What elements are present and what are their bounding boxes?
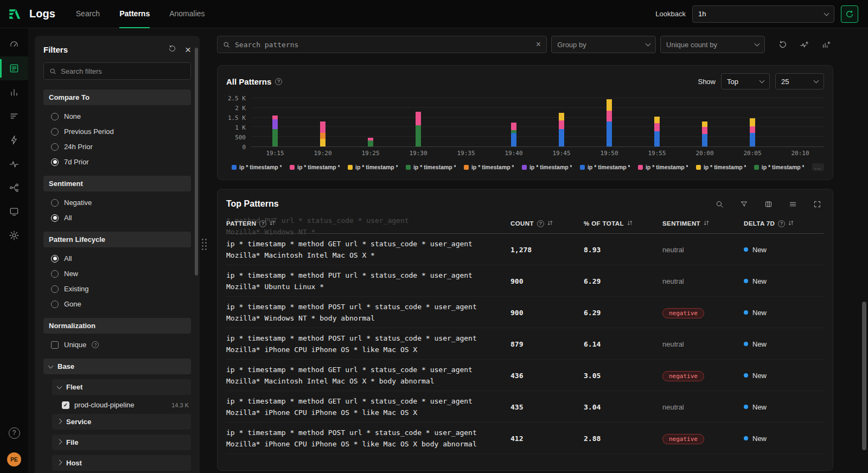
- refresh-patterns-button[interactable]: [776, 37, 790, 52]
- logs-icon[interactable]: [0, 56, 28, 80]
- tree-host[interactable]: Host: [52, 455, 191, 471]
- bar-slot[interactable]: [729, 98, 776, 146]
- bar-slot[interactable]: [251, 98, 299, 146]
- bar-segment-pink[interactable]: [654, 123, 660, 131]
- refresh-button[interactable]: [841, 5, 858, 23]
- option-new[interactable]: New: [51, 270, 191, 278]
- sort-icon[interactable]: [627, 220, 633, 227]
- section-base[interactable]: Base: [43, 359, 191, 374]
- legend-item[interactable]: ip * timestamp * met...: [290, 164, 340, 170]
- tree-file[interactable]: File: [52, 434, 191, 450]
- app-logo[interactable]: [0, 7, 29, 21]
- bar-segment-pink[interactable]: [607, 111, 612, 122]
- bar-slot[interactable]: [442, 98, 490, 146]
- bar-segment-yellow[interactable]: [320, 139, 326, 146]
- pattern-search[interactable]: ×: [217, 36, 547, 53]
- option-existing[interactable]: Existing: [51, 285, 191, 293]
- column-delta-7d[interactable]: DELTA 7D ?: [744, 220, 824, 227]
- tree-service[interactable]: Service: [52, 414, 191, 430]
- gear-icon[interactable]: [0, 223, 28, 247]
- reset-filters-button[interactable]: [168, 44, 176, 55]
- tab-search[interactable]: Search: [76, 0, 100, 28]
- table-row[interactable]: ip * timestamp * method POST url * statu…: [226, 328, 824, 360]
- show-mode-dropdown[interactable]: Top: [721, 73, 770, 90]
- table-row[interactable]: ip * timestamp * method GET url * status…: [226, 391, 824, 423]
- legend-item[interactable]: ip * timestamp * met...: [232, 164, 282, 170]
- legend-item[interactable]: ip * timestamp * met...: [638, 164, 688, 170]
- bar-slot[interactable]: [633, 98, 681, 146]
- bar-segment-purple[interactable]: [272, 119, 278, 129]
- bar-segment-pink[interactable]: [559, 120, 564, 129]
- legend-more-button[interactable]: ...: [812, 163, 824, 171]
- bar-segment-green[interactable]: [272, 129, 278, 146]
- bar-slot[interactable]: [490, 98, 538, 146]
- table-row[interactable]: ip * timestamp * method POST url * statu…: [226, 297, 824, 328]
- bar-slot[interactable]: [681, 98, 729, 146]
- column-pct-of-total[interactable]: % OF TOTAL: [584, 220, 662, 227]
- legend-item[interactable]: ip * timestamp * met...: [464, 164, 514, 170]
- fleet-item[interactable]: ✓ prod-cloud-pipeline 14.3 K: [62, 401, 189, 409]
- section-sentiment[interactable]: Sentiment: [43, 176, 191, 191]
- tab-patterns[interactable]: Patterns: [119, 0, 150, 28]
- bar-chart-icon[interactable]: [0, 80, 28, 104]
- option-none[interactable]: None: [51, 112, 191, 120]
- legend-item[interactable]: ip * timestamp * met...: [348, 164, 398, 170]
- filters-scrollbar[interactable]: [195, 48, 198, 276]
- bar-slot[interactable]: [776, 98, 824, 146]
- table-filter-button[interactable]: [737, 197, 751, 211]
- bar-segment-pink[interactable]: [511, 123, 516, 130]
- info-icon[interactable]: ?: [275, 78, 282, 85]
- bar-segment-blue[interactable]: [654, 131, 660, 146]
- filters-search[interactable]: [43, 62, 191, 80]
- option-previous-period[interactable]: Previous Period: [51, 127, 191, 136]
- section-normalization[interactable]: Normalization: [43, 318, 191, 334]
- column-pattern[interactable]: PATTERN ?: [226, 220, 510, 227]
- tree-fleet[interactable]: Fleet: [52, 379, 191, 395]
- legend-item[interactable]: ip * timestamp * met...: [696, 164, 746, 170]
- bar-segment-orange[interactable]: [320, 133, 326, 139]
- tab-anomalies[interactable]: Anomalies: [169, 0, 205, 28]
- bar-segment-pink[interactable]: [416, 112, 421, 125]
- option-7d-prior[interactable]: 7d Prior: [51, 158, 191, 166]
- add-trend-button[interactable]: [797, 37, 812, 52]
- bar-segment-yellow[interactable]: [559, 113, 564, 120]
- bar-slot[interactable]: [538, 98, 585, 146]
- table-columns-button[interactable]: [761, 197, 775, 211]
- section-compare-to[interactable]: Compare To: [43, 90, 191, 105]
- log-levels-icon[interactable]: [0, 104, 28, 128]
- bar-segment-pink[interactable]: [272, 116, 278, 119]
- unique-count-dropdown[interactable]: Unique count by: [660, 36, 765, 53]
- sort-icon[interactable]: [704, 220, 709, 227]
- option-gone[interactable]: Gone: [51, 300, 191, 308]
- avatar[interactable]: PE: [7, 452, 21, 466]
- table-row[interactable]: ip * timestamp * method PUT url * status…: [226, 265, 824, 297]
- gauge-icon[interactable]: [0, 33, 28, 56]
- table-expand-button[interactable]: [810, 197, 824, 211]
- bar-segment-blue[interactable]: [702, 134, 707, 146]
- bar-segment-pink[interactable]: [320, 122, 326, 133]
- activity-icon[interactable]: [0, 152, 28, 176]
- help-icon[interactable]: ?: [0, 421, 28, 445]
- bar-segment-yellow[interactable]: [654, 117, 660, 123]
- bar-segment-green[interactable]: [416, 125, 421, 146]
- bolt-icon[interactable]: [0, 128, 28, 152]
- bar-segment-yellow[interactable]: [702, 122, 707, 127]
- table-rows-button[interactable]: [786, 197, 800, 211]
- bar-segment-green[interactable]: [368, 140, 373, 146]
- legend-item[interactable]: ip * timestamp * met...: [580, 164, 630, 170]
- bar-segment-pink[interactable]: [702, 127, 707, 133]
- close-icon[interactable]: ×: [185, 44, 191, 55]
- show-count-dropdown[interactable]: 25: [775, 73, 824, 90]
- bar-segment-blue[interactable]: [750, 133, 755, 146]
- clear-icon[interactable]: ×: [536, 40, 541, 49]
- column-count[interactable]: COUNT ?: [510, 220, 584, 227]
- section-pattern-lifecycle[interactable]: Pattern Lifecycle: [43, 232, 191, 247]
- option-negative[interactable]: Negative: [51, 199, 191, 207]
- bar-segment-yellow[interactable]: [750, 118, 755, 126]
- group-by-dropdown[interactable]: Group by: [551, 36, 656, 53]
- bar-slot[interactable]: [347, 98, 394, 146]
- legend-item[interactable]: ip * timestamp * met...: [406, 164, 456, 170]
- option-24h-prior[interactable]: 24h Prior: [51, 143, 191, 151]
- sort-icon[interactable]: [788, 220, 794, 227]
- option-all-sentiment[interactable]: All: [51, 214, 191, 222]
